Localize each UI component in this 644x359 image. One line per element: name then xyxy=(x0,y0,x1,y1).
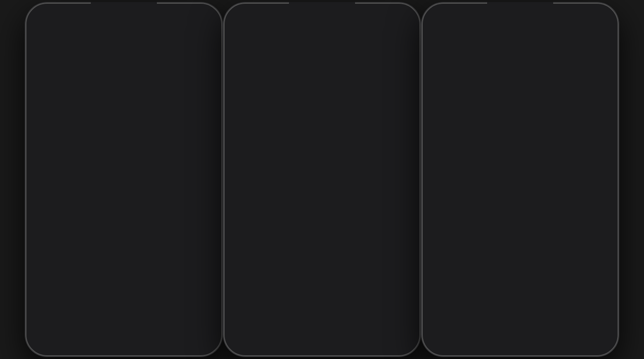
camera-icon-2[interactable] xyxy=(231,242,244,255)
memoji-3-5[interactable]: 🤦 xyxy=(429,275,470,316)
play-button-2[interactable] xyxy=(394,140,407,154)
svg-rect-21 xyxy=(578,19,580,24)
drawer-contact-2[interactable]: 👤 xyxy=(266,262,281,277)
drawer-photos-1[interactable]: 🖼️ xyxy=(33,206,48,221)
back-button-3[interactable]: ‹ xyxy=(432,35,435,45)
messages-area-1: iMessageСегодня 09:32 Привет! Сегодня я … xyxy=(29,57,219,182)
video-icon-2 xyxy=(400,35,410,43)
sticker-1-4[interactable]: 🫶 xyxy=(161,232,202,274)
drawer-apps-3[interactable]: 📦 xyxy=(447,206,462,221)
music-info-2: Welcome to the Madhouse Tones And I Appl… xyxy=(317,138,390,156)
drawer-music-1[interactable]: 🎵 xyxy=(102,206,117,221)
input-bar-1: A iMessage xyxy=(29,182,219,202)
video-button-2[interactable] xyxy=(400,35,410,46)
sticker-sent-1: 🐭 BFF xyxy=(173,127,214,174)
imessage-input-2[interactable]: iMessage xyxy=(263,242,413,255)
svg-rect-20 xyxy=(577,21,578,24)
video-button-3[interactable] xyxy=(598,35,608,46)
msg-bubble-received-2: Я купила их тебе в подарок. xyxy=(34,104,126,121)
drawer-music-3[interactable]: 🎵 xyxy=(499,206,514,221)
contact-info-3[interactable]: 👩‍🎤 Eden xyxy=(507,28,525,52)
imessage-input-3[interactable]: iMessage xyxy=(461,186,611,199)
camera-svg-2 xyxy=(233,245,242,252)
avatar-eden: 👩‍🎤 xyxy=(507,28,525,46)
sticker-1-5[interactable]: BFF xyxy=(32,275,73,316)
nav-bar-1: ‹ 👧 Julie xyxy=(29,26,219,57)
back-button-2[interactable]: ‹ xyxy=(234,35,237,45)
app-drawer-1: 🖼️ 📦 🎭 🎵 ❤️ 🐟 xyxy=(29,202,219,224)
apps-icon-2[interactable]: A xyxy=(247,242,259,255)
status-bar-1: 09:41 xyxy=(29,6,219,26)
drawer-heart-2[interactable]: ❤️ xyxy=(318,262,333,277)
memoji-3-4[interactable]: 🤷 xyxy=(557,232,599,274)
drawer-photos-3[interactable]: 🖼️ xyxy=(429,206,444,221)
svg-rect-26 xyxy=(600,189,602,193)
video-button-1[interactable] xyxy=(201,35,212,46)
apps-icon-3[interactable]: A xyxy=(445,186,457,198)
audio-icon-2 xyxy=(399,245,407,252)
memoji-3-6[interactable]: 🤫 xyxy=(471,275,513,316)
sticker-1-1[interactable]: 🐭 xyxy=(32,232,73,274)
drawer-contact-3[interactable]: 👤 xyxy=(464,206,479,221)
drawer-fish-3[interactable]: 🐟 xyxy=(533,206,548,221)
drawer-sticker-2[interactable]: 🎭 xyxy=(283,262,298,277)
input-placeholder-1: iMessage xyxy=(71,189,97,196)
battery-icon-2 xyxy=(395,19,405,24)
status-time-3: 09:41 xyxy=(437,17,452,24)
svg-rect-5 xyxy=(197,19,205,23)
memoji-3-1[interactable]: 🧔 xyxy=(429,232,470,274)
apps-icon-1[interactable]: A xyxy=(49,186,61,198)
svg-point-17 xyxy=(320,154,320,154)
drawer-heart-3[interactable]: ❤️ xyxy=(516,206,531,221)
memoji-3-2[interactable]: 🧑‍🦱 xyxy=(471,232,513,274)
input-bar-2: A iMessage xyxy=(227,238,417,258)
drawer-sticker-3[interactable]: 🎭 xyxy=(481,206,496,221)
share-item-3[interactable]: You Signed U... Maisie Peters xyxy=(232,325,320,349)
share-title-2: ПОДЕЛИТЬСЯ НЕДАВНО ВОСПР. xyxy=(232,289,412,294)
camera-icon-3[interactable] xyxy=(429,186,442,198)
drawer-fish-1[interactable]: 🐟 xyxy=(137,206,152,221)
share-art-1 xyxy=(235,301,253,318)
read-receipt-2: Прочитано в 09:36 xyxy=(232,124,412,129)
imessage-input-1[interactable]: iMessage xyxy=(64,186,215,199)
sticker-1-3[interactable]: 🐁 xyxy=(118,232,159,274)
memoji-3-3[interactable]: 🧑‍🦳 xyxy=(514,232,556,274)
msg-status-1: Доставлено xyxy=(34,177,214,182)
drawer-apps-1[interactable]: 📦 xyxy=(50,206,65,221)
drawer-fish-2[interactable]: 🐟 xyxy=(335,262,350,277)
phone-1: 09:41 ‹ 👧 Julie xyxy=(25,2,223,357)
share-item-1[interactable]: Flight of the... Hiatus Kaiyote xyxy=(232,298,320,321)
share-item-2[interactable]: Getting Older Billie Eilish xyxy=(324,298,412,321)
drawer-pill-3 xyxy=(425,224,615,229)
messages-area-2: iMessageСегодня 09:36 Привет! Не посовет… xyxy=(227,57,417,238)
drawer-sticker-1[interactable]: 🎭 xyxy=(85,206,100,221)
camera-icon-1[interactable] xyxy=(33,186,45,198)
svg-rect-6 xyxy=(206,20,207,22)
msg-bubble-received-4: Я 🤔, что проезжала мимо тебя сегодня. Эт… xyxy=(430,76,565,102)
drawer-heart-1[interactable]: ❤️ xyxy=(120,206,135,221)
music-card-2[interactable]: Welcome to the Madhouse Tones And I Appl… xyxy=(286,131,412,163)
drawer-photos-2[interactable]: 🖼️ xyxy=(231,262,246,277)
signal-icon-3 xyxy=(575,19,582,24)
signal-icon-2 xyxy=(376,19,384,24)
contact-info-2[interactable]: 🎭 Armando xyxy=(307,28,329,52)
drawer-contact-1[interactable] xyxy=(68,206,83,221)
sticker-1-6[interactable]: 🐭 xyxy=(75,275,116,316)
svg-rect-13 xyxy=(395,19,403,23)
back-button-1[interactable]: ‹ xyxy=(36,35,38,45)
drawer-pill-1 xyxy=(29,224,219,229)
svg-rect-8 xyxy=(376,21,378,24)
drawer-apps-2[interactable]: 📦 xyxy=(249,262,263,277)
audio-icon-1 xyxy=(201,189,208,196)
contact-name-3: Eden xyxy=(510,46,522,52)
contact-name-1: Julie xyxy=(114,46,125,52)
wifi-icon-1 xyxy=(188,19,194,24)
contact-info-1[interactable]: 👧 Julie xyxy=(111,28,128,52)
camera-svg-3 xyxy=(431,189,440,196)
apple-music-icon-2 xyxy=(317,151,321,156)
signal-icon-1 xyxy=(178,19,185,24)
sticker-1-2[interactable]: HAHA xyxy=(75,232,116,274)
share-item-4[interactable]: Welcome to t... Tones And I xyxy=(324,325,412,349)
drawer-music-2[interactable]: 🎵 xyxy=(301,262,315,277)
msg-status-2: Доставлено xyxy=(232,166,412,171)
